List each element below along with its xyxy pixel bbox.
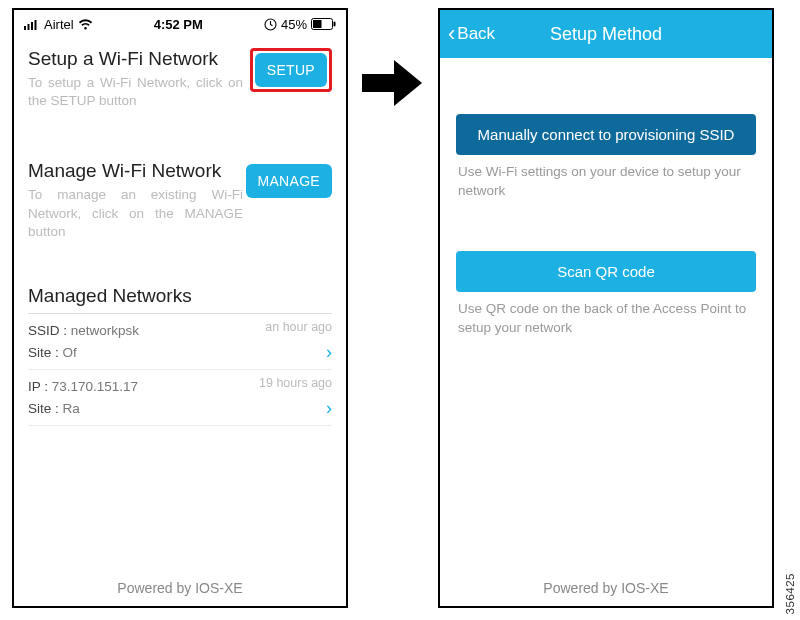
carrier-label: Airtel — [44, 17, 74, 32]
setup-highlight: SETUP — [250, 48, 332, 92]
footer-label: Powered by IOS-XE — [14, 580, 346, 596]
scan-qr-desc: Use QR code on the back of the Access Po… — [456, 292, 756, 338]
rotation-lock-icon — [264, 18, 277, 31]
battery-pct-label: 45% — [281, 17, 307, 32]
scan-qr-button[interactable]: Scan QR code — [456, 251, 756, 292]
network-field-label: SSID : — [28, 323, 71, 338]
phone-screen-setup-method: ‹ Back Setup Method Manually connect to … — [438, 8, 774, 608]
svg-rect-7 — [333, 22, 335, 27]
phone-screen-home: Airtel 4:52 PM 45% Setup a Wi-Fi Network… — [12, 8, 348, 608]
wifi-icon — [78, 19, 93, 30]
network-field-value: networkpsk — [71, 323, 139, 338]
manage-title: Manage Wi-Fi Network — [28, 160, 243, 182]
network-field-value: Of — [63, 345, 77, 360]
managed-networks-header: Managed Networks — [28, 275, 332, 314]
network-row[interactable]: SSID : networkpsk Site : Of an hour ago … — [28, 314, 332, 370]
managed-networks: Managed Networks SSID : networkpsk Site … — [14, 275, 346, 426]
network-field-label: Site : — [28, 345, 63, 360]
svg-rect-2 — [31, 22, 33, 30]
footer-label: Powered by IOS-XE — [440, 580, 772, 596]
setup-subtitle: To setup a Wi-Fi Network, click on the S… — [28, 74, 243, 110]
clock-label: 4:52 PM — [154, 17, 203, 32]
chevron-right-icon: › — [326, 398, 332, 419]
setup-title: Setup a Wi-Fi Network — [28, 48, 243, 70]
network-time: an hour ago — [265, 320, 332, 334]
network-field-value: 73.170.151.17 — [52, 379, 138, 394]
status-bar: Airtel 4:52 PM 45% — [14, 10, 346, 34]
nav-bar: ‹ Back Setup Method — [440, 10, 772, 58]
signal-bars-icon — [24, 19, 40, 30]
back-button[interactable]: ‹ Back — [440, 23, 495, 45]
page-title: Setup Method — [550, 24, 662, 45]
network-row[interactable]: IP : 73.170.151.17 Site : Ra 19 hours ag… — [28, 370, 332, 426]
svg-rect-6 — [313, 20, 322, 28]
chevron-right-icon: › — [326, 342, 332, 363]
figure-id: 356425 — [784, 573, 796, 614]
svg-rect-3 — [35, 20, 37, 30]
manage-subtitle: To manage an existing Wi-Fi Network, cli… — [28, 186, 243, 241]
network-time: 19 hours ago — [259, 376, 332, 390]
setup-section: Setup a Wi-Fi Network To setup a Wi-Fi N… — [14, 34, 346, 118]
manage-button[interactable]: MANAGE — [246, 164, 332, 198]
network-field-label: IP : — [28, 379, 52, 394]
setup-button[interactable]: SETUP — [255, 53, 327, 87]
manage-section: Manage Wi-Fi Network To manage an existi… — [14, 146, 346, 249]
back-label: Back — [457, 24, 495, 44]
chevron-left-icon: ‹ — [448, 23, 455, 45]
manual-connect-desc: Use Wi-Fi settings on your device to set… — [456, 155, 756, 201]
svg-rect-0 — [24, 26, 26, 30]
network-field-label: Site : — [28, 401, 63, 416]
transition-arrow-icon — [360, 56, 426, 114]
svg-rect-1 — [28, 24, 30, 30]
network-field-value: Ra — [63, 401, 80, 416]
manual-connect-button[interactable]: Manually connect to provisioning SSID — [456, 114, 756, 155]
battery-icon — [311, 18, 336, 30]
